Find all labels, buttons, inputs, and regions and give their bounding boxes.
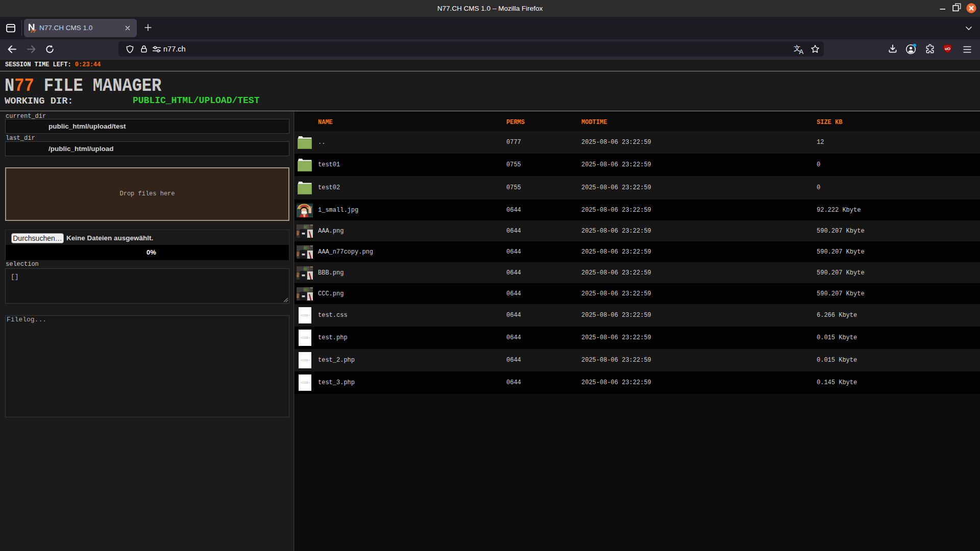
- svg-text:A: A: [799, 48, 804, 55]
- svg-text:77: 77: [31, 28, 36, 34]
- svg-text:uO: uO: [945, 46, 950, 51]
- svg-text:<CODE>: <CODE>: [300, 382, 310, 384]
- svg-text:<CODE>: <CODE>: [300, 314, 310, 317]
- svg-text:<CODE>: <CODE>: [300, 359, 310, 362]
- svg-text:<CODE>: <CODE>: [300, 337, 310, 339]
